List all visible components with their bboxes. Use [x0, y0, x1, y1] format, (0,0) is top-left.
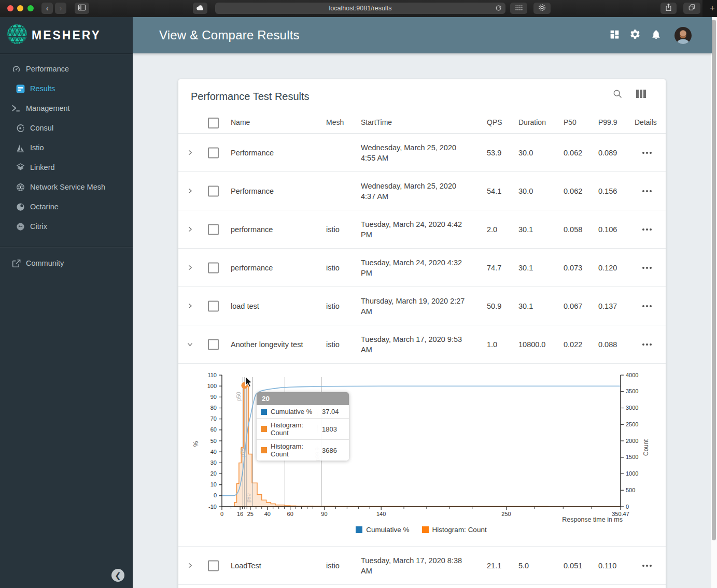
tabs-icon — [688, 4, 696, 13]
icloud-tabs-button[interactable] — [193, 3, 207, 14]
row-details-button[interactable] — [635, 305, 659, 307]
table-row: performanceistioTuesday, March 24, 2020 … — [178, 249, 666, 287]
column-header-duration[interactable]: Duration — [518, 111, 546, 133]
row-checkbox[interactable] — [208, 560, 219, 571]
result-qps: 2.0 — [487, 225, 515, 234]
istio-icon — [16, 143, 25, 153]
row-details-button[interactable] — [635, 565, 659, 567]
sidebar-item-results[interactable]: Results — [0, 79, 133, 98]
row-checkbox[interactable] — [208, 339, 219, 350]
row-checkbox[interactable] — [208, 147, 219, 158]
column-header-p99-9[interactable]: P99.9 — [598, 111, 617, 133]
row-details-button[interactable] — [635, 190, 659, 192]
zoom-window-button[interactable] — [27, 5, 34, 11]
new-tab-button[interactable]: + — [710, 3, 715, 13]
result-p99-9: 0.106 — [598, 225, 629, 234]
row-checkbox[interactable] — [208, 262, 219, 273]
tooltip-row: Cumulative %37.04 — [257, 405, 349, 419]
keypad-button[interactable] — [510, 3, 527, 14]
back-button[interactable]: ‹ — [41, 3, 53, 14]
column-header-name[interactable]: Name — [231, 111, 250, 133]
sidebar-item-management[interactable]: Management — [0, 98, 133, 118]
expand-row-button[interactable] — [187, 149, 194, 156]
row-checkbox[interactable] — [208, 224, 219, 235]
result-p99-9: 0.110 — [598, 562, 629, 570]
result-name: load test — [231, 302, 324, 310]
result-starttime: Wednesday, March 25, 2020 4:55 AM — [361, 142, 471, 163]
column-header-mesh[interactable]: Mesh — [326, 111, 344, 133]
collapse-row-button[interactable] — [187, 341, 194, 348]
expand-row-button[interactable] — [187, 562, 194, 569]
linkerd-icon — [16, 163, 25, 173]
column-header-qps[interactable]: QPS — [487, 111, 502, 133]
svg-text:-10: -10 — [208, 504, 217, 510]
brand[interactable]: MESHERY — [0, 17, 133, 53]
x-axis-title: Response time in ms — [562, 516, 623, 523]
result-qps: 54.1 — [487, 187, 515, 195]
expand-row-button[interactable] — [187, 226, 194, 233]
notifications-button[interactable] — [650, 29, 662, 41]
left-axis-title: % — [192, 441, 200, 447]
terminal-icon — [11, 104, 21, 113]
expand-row-button[interactable] — [187, 303, 194, 310]
tab-bar-corner: + — [702, 0, 717, 17]
results-chart-svg: p50p75p90p99p99.9-1001020304050607080901… — [178, 364, 666, 546]
column-header-p50[interactable]: P50 — [564, 111, 577, 133]
result-p50: 0.073 — [564, 264, 595, 272]
tab-overview-button[interactable] — [683, 3, 700, 14]
consul-icon — [16, 123, 25, 133]
row-details-button[interactable] — [635, 343, 659, 346]
sidebar-item-label: Istio — [30, 144, 44, 152]
legend-item[interactable]: Cumulative % — [356, 526, 409, 534]
sidebar-item-consul[interactable]: Consul — [0, 118, 133, 138]
user-avatar[interactable] — [674, 27, 692, 44]
legend-item[interactable]: Histogram: Count — [422, 526, 487, 534]
row-details-button[interactable] — [635, 267, 659, 269]
search-button[interactable] — [611, 89, 624, 101]
sidebar-item-istio[interactable]: Istio — [0, 138, 133, 157]
expand-row-button[interactable] — [187, 264, 194, 271]
main-content: Performance Test Results Name Mesh Start… — [133, 53, 712, 588]
view-columns-button[interactable] — [635, 89, 647, 101]
close-window-button[interactable] — [7, 5, 13, 11]
column-header-starttime[interactable]: StartTime — [361, 111, 392, 133]
select-all-checkbox[interactable] — [208, 118, 219, 128]
sidebar-item-citrix[interactable]: Citrix — [0, 217, 133, 236]
svg-text:1000: 1000 — [626, 470, 638, 477]
series-swatch — [261, 409, 267, 415]
expand-row-button[interactable] — [187, 188, 194, 195]
result-p99-9: 0.089 — [598, 149, 629, 157]
row-checkbox[interactable] — [208, 185, 219, 196]
forward-button[interactable]: › — [55, 3, 66, 14]
sidebar-collapse-button[interactable]: ❮ — [111, 569, 124, 582]
sidebar-toggle-button[interactable] — [75, 3, 89, 14]
settings-button[interactable] — [629, 29, 641, 41]
row-checkbox-wrap — [208, 185, 219, 196]
sidebar-item-network-service-mesh[interactable]: Network Service Mesh — [0, 177, 133, 197]
meshery-logo-icon — [7, 24, 27, 47]
result-duration: 30.0 — [518, 149, 560, 157]
result-duration: 30.1 — [518, 302, 560, 310]
svg-text:40: 40 — [264, 511, 271, 517]
gauge-icon — [11, 64, 21, 74]
sidebar-item-linkerd[interactable]: Linkerd — [0, 157, 133, 177]
dashboard-button[interactable] — [608, 29, 621, 41]
svg-text:4000: 4000 — [626, 372, 638, 378]
minimize-window-button[interactable] — [17, 5, 23, 11]
scrollbar-thumb[interactable] — [712, 20, 716, 540]
address-bar[interactable]: localhost:9081/results — [215, 3, 505, 14]
row-checkbox-wrap — [208, 224, 219, 235]
sidebar-item-performance[interactable]: Performance — [0, 59, 133, 79]
sidebar-item-octarine[interactable]: Octarine — [0, 197, 133, 217]
sidebar-item-community[interactable]: Community — [0, 253, 133, 273]
table-row: load testistioThursday, March 19, 2020 2… — [178, 287, 666, 325]
svg-text:110: 110 — [207, 372, 217, 378]
chart-legend: Cumulative %Histogram: Count — [222, 526, 621, 534]
row-checkbox[interactable] — [208, 300, 219, 311]
reload-icon[interactable] — [495, 5, 502, 13]
page-settings-button[interactable] — [533, 3, 551, 14]
share-button[interactable] — [660, 3, 677, 14]
row-details-button[interactable] — [635, 228, 659, 231]
row-checkbox-wrap — [208, 262, 219, 273]
row-details-button[interactable] — [635, 152, 659, 154]
